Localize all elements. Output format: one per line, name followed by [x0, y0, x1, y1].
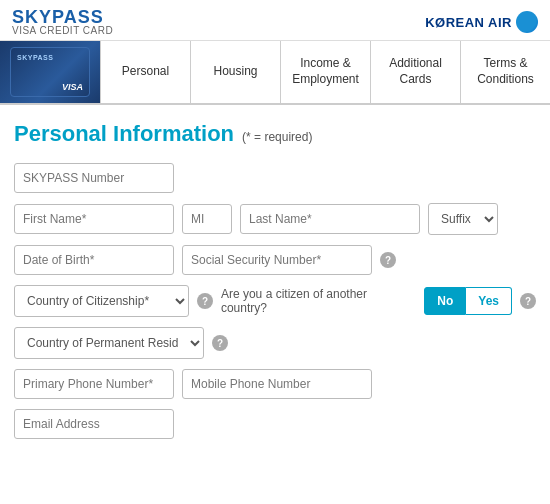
header: SKYPASS VISA CREDIT CARD KØREAN AIR: [0, 0, 550, 41]
skypass-title: SKYPASS: [12, 8, 113, 26]
toggle-no-button[interactable]: No: [424, 287, 466, 315]
last-name-input[interactable]: [240, 204, 420, 234]
citizen-toggle-group: No Yes: [424, 287, 512, 315]
email-input[interactable]: [14, 409, 174, 439]
ssn-input[interactable]: [182, 245, 372, 275]
mi-input[interactable]: [182, 204, 232, 234]
nav-tabs: Personal Housing Income &Employment Addi…: [100, 41, 550, 103]
first-name-input[interactable]: [14, 204, 174, 234]
citizen-question-label: Are you a citizen of another country?: [221, 287, 416, 315]
ssn-info-icon[interactable]: ?: [380, 252, 396, 268]
tab-housing[interactable]: Housing: [190, 41, 280, 103]
country-residence-select[interactable]: Country of Permanent Residence*: [14, 327, 204, 359]
name-row: Suffix Jr. Sr. II III: [14, 203, 536, 235]
phone-row: [14, 369, 536, 399]
skypass-number-input[interactable]: [14, 163, 174, 193]
skypass-row: [14, 163, 536, 193]
citizenship-info-icon[interactable]: ?: [197, 293, 213, 309]
primary-phone-input[interactable]: [14, 369, 174, 399]
required-note: (* = required): [242, 130, 312, 144]
tab-terms-conditions[interactable]: Terms &Conditions: [460, 41, 550, 103]
korean-air-text: KØREAN AIR: [425, 15, 512, 30]
tab-additional-cards[interactable]: AdditionalCards: [370, 41, 460, 103]
residence-row: Country of Permanent Residence* ?: [14, 327, 536, 359]
page-title-row: Personal Information (* = required): [14, 121, 536, 147]
dob-ssn-row: ?: [14, 245, 536, 275]
tab-personal[interactable]: Personal: [100, 41, 190, 103]
korean-air-logo: KØREAN AIR: [425, 11, 538, 33]
residence-info-icon[interactable]: ?: [212, 335, 228, 351]
dob-input[interactable]: [14, 245, 174, 275]
credit-card-visual: [10, 47, 90, 97]
email-row: [14, 409, 536, 439]
citizen-toggle-info-icon[interactable]: ?: [520, 293, 536, 309]
card-image: [0, 41, 100, 103]
skypass-logo: SKYPASS VISA CREDIT CARD: [12, 8, 113, 36]
tab-income-employment[interactable]: Income &Employment: [280, 41, 370, 103]
visa-subtitle: VISA CREDIT CARD: [12, 26, 113, 36]
korean-air-globe-icon: [516, 11, 538, 33]
mobile-phone-input[interactable]: [182, 369, 372, 399]
content-area: Personal Information (* = required) Suff…: [0, 105, 550, 465]
nav-bar: Personal Housing Income &Employment Addi…: [0, 41, 550, 105]
country-citizenship-select[interactable]: Country of Citizenship*: [14, 285, 189, 317]
page-title: Personal Information: [14, 121, 234, 147]
toggle-yes-button[interactable]: Yes: [466, 287, 512, 315]
citizenship-row: Country of Citizenship* ? Are you a citi…: [14, 285, 536, 317]
suffix-select[interactable]: Suffix Jr. Sr. II III: [428, 203, 498, 235]
